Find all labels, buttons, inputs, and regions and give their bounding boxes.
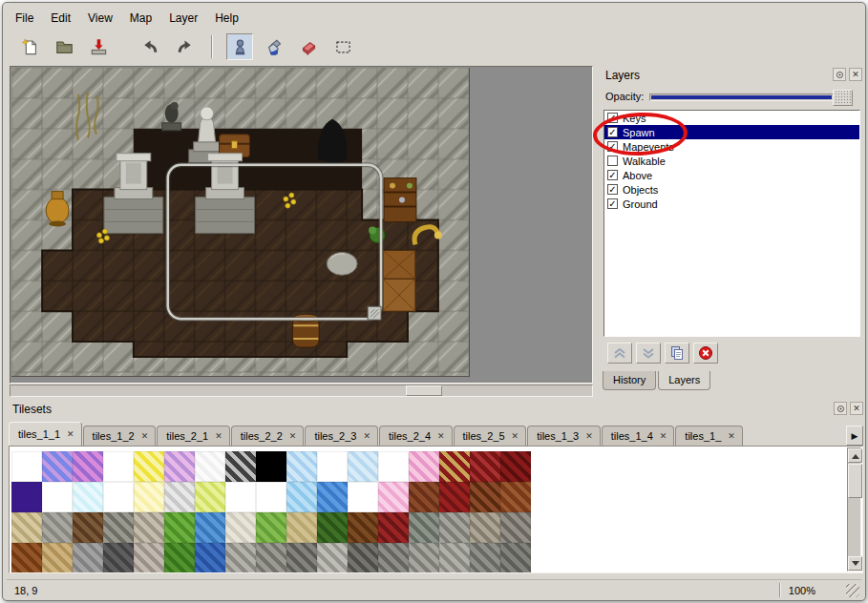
tab-close-icon[interactable]: ✕	[289, 431, 297, 441]
palette-tile[interactable]	[73, 451, 103, 482]
move-layer-up-button[interactable]	[607, 343, 632, 364]
layer-row-keys[interactable]: ✓Keys	[604, 111, 859, 125]
palette-tile[interactable]	[409, 482, 439, 512]
palette-tile[interactable]	[439, 512, 470, 543]
float-icon[interactable]	[834, 402, 847, 415]
palette-vscrollbar-thumb[interactable]	[848, 464, 862, 498]
tab-close-icon[interactable]: ✕	[728, 431, 735, 441]
scroll-down-button[interactable]	[848, 556, 862, 571]
layer-visibility-checkbox[interactable]: ✓	[607, 198, 618, 209]
palette-tile[interactable]	[225, 451, 256, 482]
menu-help[interactable]: Help	[206, 9, 247, 28]
palette-tile[interactable]	[225, 482, 256, 512]
palette-tile[interactable]	[225, 512, 256, 543]
palette-tile[interactable]	[195, 482, 225, 512]
palette-tile[interactable]	[500, 543, 531, 573]
palette-tile[interactable]	[439, 482, 470, 512]
palette-tile[interactable]	[42, 512, 73, 543]
palette-tile[interactable]	[378, 512, 409, 543]
tab-close-icon[interactable]: ✕	[512, 431, 519, 441]
menu-edit[interactable]: Edit	[42, 9, 79, 28]
layer-visibility-checkbox[interactable]: ✓	[607, 184, 618, 195]
layer-row-above[interactable]: ✓Above	[604, 168, 859, 182]
resize-grip[interactable]	[846, 584, 859, 597]
tileset-tab-tiles_1_4[interactable]: tiles_1_4✕	[602, 426, 675, 446]
opacity-slider[interactable]	[649, 94, 853, 101]
tab-scroll-right-button[interactable]: ▶	[846, 426, 863, 446]
palette-tile[interactable]	[164, 512, 195, 543]
tab-close-icon[interactable]: ✕	[141, 431, 149, 441]
layer-row-ground[interactable]: ✓Ground	[604, 197, 859, 211]
palette-tile[interactable]	[348, 482, 378, 512]
duplicate-layer-button[interactable]	[665, 343, 689, 364]
panel-tab-history[interactable]: History	[603, 371, 656, 390]
palette-tile[interactable]	[317, 482, 348, 512]
palette-tile[interactable]	[317, 451, 348, 482]
palette-tile[interactable]	[195, 451, 225, 482]
rect-select-tool-button[interactable]	[329, 33, 356, 60]
palette-tile[interactable]	[470, 451, 500, 482]
palette-tile[interactable]	[103, 451, 134, 482]
palette-tile[interactable]	[470, 543, 500, 573]
tileset-tab-tiles_1_2[interactable]: tiles_1_2✕	[83, 426, 157, 446]
delete-layer-button[interactable]	[693, 343, 718, 364]
layer-visibility-checkbox[interactable]: ✓	[607, 127, 618, 137]
palette-tile[interactable]	[439, 451, 470, 482]
palette-tile[interactable]	[11, 451, 42, 482]
save-button[interactable]	[85, 33, 112, 60]
palette-tile[interactable]	[256, 512, 286, 543]
layer-row-walkable[interactable]: Walkable	[604, 154, 859, 168]
palette-tile[interactable]	[256, 451, 286, 482]
eraser-tool-button[interactable]	[295, 33, 322, 60]
fill-tool-button[interactable]	[261, 33, 287, 60]
layer-row-mapevents[interactable]: ✓Mapevents	[604, 139, 859, 154]
tab-close-icon[interactable]: ✕	[363, 431, 370, 441]
palette-tile[interactable]	[317, 512, 348, 543]
menu-file[interactable]: File	[7, 9, 42, 28]
palette-tile[interactable]	[286, 512, 317, 543]
palette-tile[interactable]	[103, 482, 134, 512]
tileset-tab-tiles_1_1[interactable]: tiles_1_1✕	[9, 422, 82, 446]
palette-tile[interactable]	[286, 543, 317, 573]
palette-tile[interactable]	[134, 512, 164, 543]
palette-tile[interactable]	[73, 512, 103, 543]
palette-tile[interactable]	[73, 482, 103, 512]
palette-tile[interactable]	[378, 482, 409, 512]
palette-tile[interactable]	[134, 543, 164, 573]
tileset-tab-tiles_1_3[interactable]: tiles_1_3✕	[527, 426, 601, 446]
palette-tile[interactable]	[164, 451, 195, 482]
palette-tile[interactable]	[470, 512, 500, 543]
scroll-up-button[interactable]	[848, 448, 862, 463]
layer-visibility-checkbox[interactable]: ✓	[607, 170, 618, 180]
palette-tile[interactable]	[195, 512, 225, 543]
palette-tile[interactable]	[348, 451, 378, 482]
palette-vscrollbar[interactable]	[847, 447, 861, 572]
tileset-tab-tiles_2_5[interactable]: tiles_2_5✕	[454, 426, 527, 446]
layer-row-objects[interactable]: ✓Objects	[604, 182, 859, 197]
map-hscrollbar-thumb[interactable]	[406, 385, 442, 396]
menu-view[interactable]: View	[79, 9, 121, 28]
palette-tile[interactable]	[11, 512, 42, 543]
move-layer-down-button[interactable]	[636, 343, 661, 364]
redo-button[interactable]	[171, 33, 198, 60]
palette-tile[interactable]	[378, 543, 409, 573]
palette-tile[interactable]	[164, 543, 195, 573]
menu-map[interactable]: Map	[121, 9, 160, 28]
close-icon[interactable]: ✕	[849, 68, 862, 81]
palette-tile[interactable]	[348, 543, 378, 573]
palette-tile[interactable]	[134, 451, 164, 482]
palette-tile[interactable]	[134, 482, 164, 512]
palette-tile[interactable]	[103, 512, 134, 543]
tab-close-icon[interactable]: ✕	[67, 429, 74, 439]
layer-visibility-checkbox[interactable]: ✓	[607, 113, 618, 123]
layer-visibility-checkbox[interactable]	[607, 156, 618, 166]
tab-close-icon[interactable]: ✕	[437, 431, 445, 441]
palette-tile[interactable]	[286, 451, 317, 482]
palette-tile[interactable]	[500, 512, 531, 543]
palette-tile[interactable]	[164, 482, 195, 512]
layer-row-spawn[interactable]: ✓Spawn	[604, 125, 859, 139]
palette-tile[interactable]	[439, 543, 470, 573]
palette-tile[interactable]	[256, 482, 286, 512]
map-hscrollbar[interactable]	[10, 385, 593, 397]
palette-tile[interactable]	[11, 543, 42, 573]
